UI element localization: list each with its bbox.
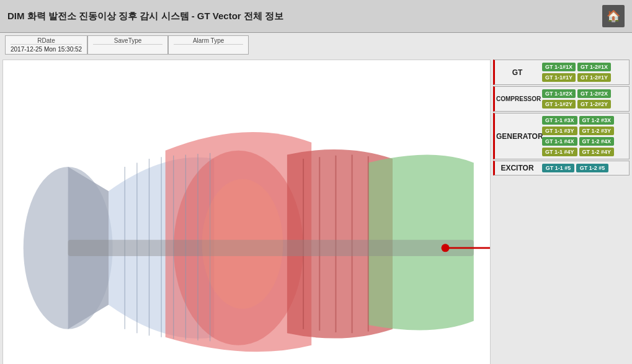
gt-btn-1-2x5[interactable]: GT 1-2 #5 bbox=[576, 164, 608, 172]
gt-btn-1-2y2[interactable]: GT 1-2#2Y bbox=[577, 100, 611, 109]
generator-buttons: GT 1-1 #3X GT 1-2 #3X GT 1-1 #3Y GT 1-2 … bbox=[540, 113, 629, 159]
rdate-value: 2017-12-25 Mon 15:30:52 bbox=[11, 46, 82, 53]
gt-btn-1-2y4[interactable]: GT 1-2 #4Y bbox=[579, 148, 615, 156]
home-button[interactable]: 🏠 bbox=[602, 5, 625, 27]
gt-btn-1-1x3[interactable]: GT 1-1 #3X bbox=[542, 116, 577, 125]
gt-btn-1-2x4[interactable]: GT 1-2 #4X bbox=[579, 137, 615, 146]
gt-btn-1-1x5[interactable]: GT 1-1 #5 bbox=[542, 164, 574, 172]
right-panel: GT GT 1-1#1X GT 1-2#1X GT 1-1#1Y GT 1-2#… bbox=[493, 60, 630, 364]
gt-btn-1-1y3[interactable]: GT 1-1 #3Y bbox=[542, 127, 577, 135]
main-area: GT GT 1-1#1X GT 1-2#1X GT 1-1#1Y GT 1-2#… bbox=[0, 57, 632, 364]
header: DIM 화력 발전소 진동이상 징후 감시 시스템 - GT Vector 전체… bbox=[0, 0, 632, 33]
excitor-section: EXCITOR GT 1-1 #5 GT 1-2 #5 bbox=[493, 161, 630, 175]
gt-btn-1-2y1[interactable]: GT 1-2#1Y bbox=[577, 73, 611, 82]
gt-btn-1-1y1[interactable]: GT 1-1#1Y bbox=[542, 73, 576, 82]
generator-section: GENERATOR GT 1-1 #3X GT 1-2 #3X GT 1-1 #… bbox=[493, 113, 630, 159]
excitor-label: EXCITOR bbox=[495, 161, 540, 175]
compressor-label: COMPRESSOR bbox=[495, 93, 540, 105]
info-bar: RDate 2017-12-25 Mon 15:30:52 SaveType A… bbox=[0, 33, 632, 57]
gt-btn-1-2y3[interactable]: GT 1-2 #3Y bbox=[579, 127, 615, 135]
alarmtype-cell: Alarm Type bbox=[168, 35, 249, 55]
turbine-area bbox=[2, 60, 491, 364]
rdate-cell: RDate 2017-12-25 Mon 15:30:52 bbox=[5, 35, 87, 55]
svg-point-19 bbox=[202, 179, 283, 309]
gt-label: GT bbox=[495, 66, 540, 79]
gt-btn-1-2x1[interactable]: GT 1-2#1X bbox=[577, 63, 611, 71]
savetype-cell: SaveType bbox=[87, 35, 168, 55]
compressor-section: COMPRESSOR GT 1-1#2X GT 1-2#2X GT 1-1#2Y… bbox=[493, 86, 630, 112]
gt-section: GT GT 1-1#1X GT 1-2#1X GT 1-1#1Y GT 1-2#… bbox=[493, 60, 630, 85]
compressor-buttons: GT 1-1#2X GT 1-2#2X GT 1-1#2Y GT 1-2#2Y bbox=[540, 87, 629, 111]
gt-btn-1-1y4[interactable]: GT 1-1 #4Y bbox=[542, 148, 577, 156]
page-title: DIM 화력 발전소 진동이상 징후 감시 시스템 - GT Vector 전체… bbox=[7, 11, 283, 22]
generator-label: GENERATOR bbox=[495, 130, 540, 143]
gt-btn-1-1x2[interactable]: GT 1-1#2X bbox=[542, 89, 576, 98]
gt-btn-1-1y2[interactable]: GT 1-1#2Y bbox=[542, 100, 576, 109]
alarmtype-label: Alarm Type bbox=[174, 37, 243, 45]
gt-btn-1-2x3[interactable]: GT 1-2 #3X bbox=[579, 116, 615, 125]
gt-buttons: GT 1-1#1X GT 1-2#1X GT 1-1#1Y GT 1-2#1Y bbox=[540, 60, 629, 84]
gt-btn-1-1x1[interactable]: GT 1-1#1X bbox=[542, 63, 576, 71]
rdate-label: RDate bbox=[11, 37, 82, 45]
savetype-label: SaveType bbox=[93, 37, 162, 45]
excitor-buttons: GT 1-1 #5 GT 1-2 #5 bbox=[540, 161, 629, 175]
gt-btn-1-2x2[interactable]: GT 1-2#2X bbox=[577, 89, 611, 98]
gt-btn-1-1x4[interactable]: GT 1-1 #4X bbox=[542, 137, 577, 146]
